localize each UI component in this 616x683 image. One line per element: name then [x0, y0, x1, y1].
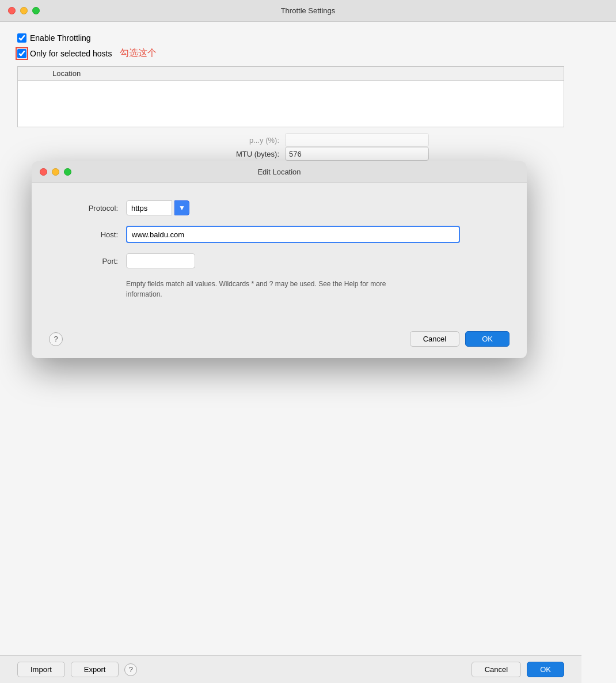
- chevron-down-icon: ▼: [178, 204, 185, 212]
- mtu-input[interactable]: [285, 147, 429, 161]
- port-label: Port:: [55, 257, 118, 265]
- modal-title: Edit Location: [257, 168, 301, 176]
- title-bar: Throttle Settings: [0, 0, 616, 22]
- cancel-button-main[interactable]: Cancel: [471, 662, 521, 677]
- modal-close-button[interactable]: [40, 168, 47, 176]
- port-input[interactable]: [126, 253, 195, 268]
- close-button[interactable]: [8, 7, 16, 14]
- only-selected-hosts-checkbox[interactable]: [17, 49, 26, 58]
- main-window: Throttle Settings Enable Throttling Only…: [0, 0, 616, 683]
- modal-body: Protocol: https http ftp ▼ Host:: [32, 183, 527, 325]
- help-button-modal[interactable]: ?: [49, 332, 63, 346]
- protocol-select[interactable]: https http ftp: [126, 200, 172, 215]
- location-table: Location: [17, 66, 564, 127]
- location-table-body[interactable]: [18, 81, 564, 127]
- host-input[interactable]: [126, 226, 460, 243]
- protocol-select-wrapper: https http ftp ▼: [126, 200, 189, 215]
- window-title: Throttle Settings: [281, 6, 336, 15]
- partial-setting-label: p...y (%):: [153, 136, 279, 145]
- modal-minimize-button[interactable]: [52, 168, 59, 176]
- protocol-dropdown-button[interactable]: ▼: [174, 200, 189, 215]
- import-button[interactable]: Import: [17, 662, 65, 677]
- maximize-button[interactable]: [32, 7, 40, 14]
- modal-titlebar: Edit Location: [32, 161, 527, 183]
- enable-throttling-row: Enable Throttling: [17, 33, 564, 43]
- modal-cancel-button[interactable]: Cancel: [410, 331, 459, 347]
- mtu-row: MTU (bytes):: [17, 147, 564, 161]
- enable-throttling-label: Enable Throttling: [30, 33, 91, 43]
- only-selected-hosts-row: Only for selected hosts 勾选这个: [17, 47, 564, 59]
- annotation-text: 勾选这个: [120, 47, 157, 59]
- port-row: Port:: [55, 253, 504, 268]
- window-controls: [8, 7, 40, 14]
- modal-hint-text: Empty fields match all values. Wildcards…: [126, 280, 386, 298]
- host-row: Host:: [55, 226, 504, 243]
- modal-window-controls: [40, 168, 71, 176]
- location-column-header: Location: [18, 67, 564, 81]
- modal-ok-button[interactable]: OK: [465, 331, 509, 347]
- protocol-row: Protocol: https http ftp ▼: [55, 200, 504, 215]
- bottom-bar: Import Export ? Cancel OK: [0, 655, 581, 683]
- only-selected-hosts-label: Only for selected hosts: [30, 49, 112, 58]
- partial-setting-input[interactable]: 255: [285, 133, 429, 147]
- protocol-label: Protocol:: [55, 204, 118, 213]
- minimize-button[interactable]: [20, 7, 28, 14]
- export-button[interactable]: Export: [71, 662, 119, 677]
- help-button-bottom[interactable]: ?: [124, 663, 137, 676]
- ok-button-main[interactable]: OK: [527, 662, 564, 677]
- mtu-label: MTU (bytes):: [153, 150, 279, 158]
- host-label: Host:: [55, 230, 118, 239]
- partial-setting-row: p...y (%): 255: [17, 133, 564, 147]
- enable-throttling-checkbox[interactable]: [17, 33, 26, 43]
- edit-location-modal: Edit Location Protocol: https http ftp ▼: [32, 161, 527, 358]
- modal-footer: ? Cancel OK: [32, 325, 527, 358]
- modal-maximize-button[interactable]: [64, 168, 71, 176]
- modal-hint: Empty fields match all values. Wildcards…: [126, 279, 504, 299]
